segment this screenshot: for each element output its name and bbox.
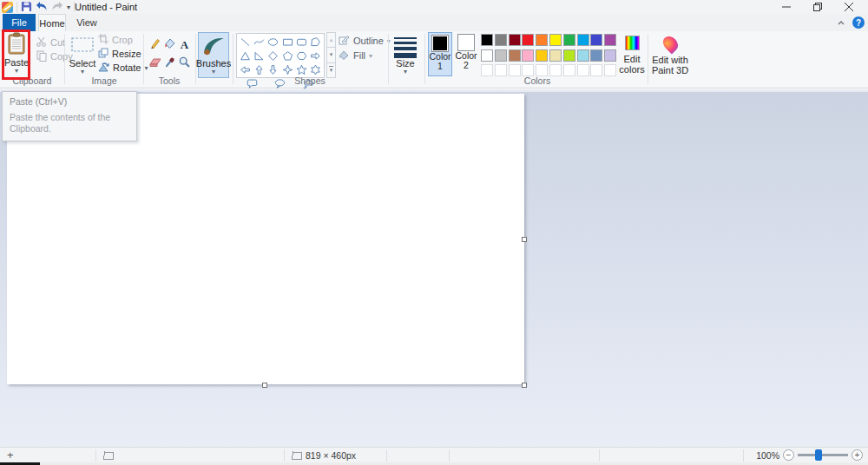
shape-right-arrow[interactable] bbox=[310, 49, 322, 62]
shape-triangle[interactable] bbox=[239, 49, 251, 62]
palette-swatch[interactable] bbox=[604, 34, 616, 46]
shape-four-point-star[interactable] bbox=[281, 62, 293, 76]
size-dropdown-icon[interactable]: ▾ bbox=[404, 69, 407, 75]
cut-button[interactable]: Cut bbox=[36, 36, 65, 49]
palette-swatch[interactable] bbox=[577, 49, 589, 62]
palette-swatch[interactable] bbox=[481, 49, 493, 62]
shape-five-point-star[interactable] bbox=[295, 62, 307, 76]
shape-oval[interactable] bbox=[267, 35, 279, 49]
tab-file[interactable]: File bbox=[3, 14, 36, 31]
palette-swatch[interactable] bbox=[522, 49, 534, 62]
shape-rectangle[interactable] bbox=[281, 35, 293, 49]
edit-with-paint3d-button[interactable]: Edit with Paint 3D bbox=[651, 32, 689, 75]
restore-button[interactable] bbox=[802, 0, 833, 14]
color-picker-tool[interactable] bbox=[165, 56, 175, 69]
magnifier-tool[interactable] bbox=[179, 56, 190, 69]
tab-home[interactable]: Home bbox=[38, 14, 66, 31]
canvas-resize-handle-corner[interactable] bbox=[522, 383, 527, 388]
fill-button[interactable]: Fill ▾ bbox=[339, 49, 372, 62]
palette-swatch[interactable] bbox=[481, 34, 493, 46]
shape-left-arrow[interactable] bbox=[239, 62, 251, 76]
canvas-resize-handle-bottom[interactable] bbox=[262, 383, 267, 388]
fill-dropdown-icon[interactable]: ▾ bbox=[369, 53, 372, 59]
zoom-in-button[interactable]: + bbox=[852, 449, 863, 461]
palette-swatch[interactable] bbox=[577, 64, 589, 76]
close-button[interactable] bbox=[833, 0, 865, 14]
shape-rounded-rectangle[interactable] bbox=[295, 35, 307, 49]
undo-icon[interactable] bbox=[36, 1, 48, 13]
palette-swatch[interactable] bbox=[495, 64, 507, 76]
shape-hexagon[interactable] bbox=[295, 49, 307, 62]
canvas-resize-handle-right[interactable] bbox=[522, 237, 527, 242]
palette-swatch[interactable] bbox=[563, 34, 575, 46]
shape-six-point-star[interactable] bbox=[310, 62, 322, 76]
rotate-button[interactable]: Rotate ▾ bbox=[98, 62, 148, 74]
palette-swatch[interactable] bbox=[563, 49, 575, 62]
palette-swatch[interactable] bbox=[509, 49, 521, 62]
collapse-ribbon-icon[interactable] bbox=[837, 17, 845, 28]
qat-customize-icon[interactable]: ▾ bbox=[67, 4, 70, 10]
palette-swatch[interactable] bbox=[536, 49, 548, 62]
palette-swatch[interactable] bbox=[549, 49, 562, 62]
zoom-slider-track[interactable] bbox=[798, 454, 848, 456]
shape-diamond[interactable] bbox=[267, 49, 279, 62]
palette-swatch[interactable] bbox=[495, 34, 507, 46]
select-dropdown-icon[interactable]: ▾ bbox=[81, 69, 84, 75]
paint-app-icon[interactable] bbox=[2, 2, 13, 13]
palette-swatch[interactable] bbox=[509, 34, 521, 46]
shape-polygon[interactable] bbox=[310, 35, 322, 49]
palette-swatch[interactable] bbox=[509, 64, 521, 76]
zoom-out-button[interactable]: − bbox=[783, 449, 794, 461]
paint3d-icon bbox=[664, 32, 677, 55]
palette-swatch[interactable] bbox=[604, 49, 616, 62]
palette-swatch[interactable] bbox=[563, 64, 575, 76]
minimize-button[interactable] bbox=[771, 0, 802, 14]
palette-swatch[interactable] bbox=[549, 34, 562, 46]
palette-swatch[interactable] bbox=[495, 49, 507, 62]
palette-swatch[interactable] bbox=[590, 49, 602, 62]
tab-home-label: Home bbox=[39, 18, 64, 29]
color1-button[interactable]: Color 1 bbox=[428, 32, 452, 76]
gallery-scroll-up-icon[interactable]: ▴ bbox=[326, 32, 336, 48]
crop-button[interactable]: Crop bbox=[98, 34, 133, 46]
eraser-tool[interactable] bbox=[149, 58, 161, 69]
palette-swatch[interactable] bbox=[522, 64, 534, 76]
edit-colors-button[interactable]: Edit colors bbox=[618, 32, 646, 75]
palette-swatch[interactable] bbox=[604, 64, 616, 76]
palette-swatch[interactable] bbox=[522, 34, 534, 46]
palette-swatch[interactable] bbox=[481, 64, 493, 76]
palette-swatch[interactable] bbox=[549, 64, 562, 76]
shape-line[interactable] bbox=[239, 35, 251, 49]
zoom-slider-thumb[interactable] bbox=[815, 449, 822, 461]
outline-button[interactable]: Outline ▾ bbox=[339, 35, 391, 47]
palette-swatch[interactable] bbox=[590, 64, 602, 76]
palette-swatch[interactable] bbox=[590, 34, 602, 46]
shape-right-triangle[interactable] bbox=[253, 49, 265, 62]
select-button[interactable]: Select ▾ bbox=[69, 32, 96, 75]
shape-down-arrow[interactable] bbox=[267, 62, 279, 76]
palette-swatch[interactable] bbox=[536, 64, 548, 76]
workspace bbox=[0, 89, 868, 447]
palette-swatch[interactable] bbox=[577, 34, 589, 46]
brushes-button[interactable]: Brushes ▾ bbox=[198, 32, 229, 78]
fill-label: Fill bbox=[353, 50, 365, 61]
tab-view[interactable]: View bbox=[73, 14, 101, 31]
divider bbox=[386, 449, 387, 462]
palette-swatch[interactable] bbox=[536, 34, 548, 46]
gallery-scroll-down-icon[interactable]: ▾ bbox=[326, 47, 336, 62]
help-icon[interactable]: ? bbox=[852, 16, 865, 29]
size-button[interactable]: Size ▾ bbox=[391, 32, 420, 75]
shape-up-arrow[interactable] bbox=[253, 62, 265, 76]
title-bar: ▾ Untitled - Paint bbox=[0, 0, 868, 14]
resize-button[interactable]: Resize bbox=[98, 48, 141, 60]
color2-button[interactable]: Color 2 bbox=[454, 32, 478, 76]
shape-curve[interactable] bbox=[253, 35, 265, 49]
shape-pentagon[interactable] bbox=[281, 49, 293, 62]
brushes-dropdown-icon[interactable]: ▾ bbox=[212, 69, 215, 75]
save-icon[interactable] bbox=[21, 1, 32, 14]
redo-icon[interactable] bbox=[51, 1, 63, 13]
fill-tool[interactable] bbox=[164, 38, 176, 51]
copy-button[interactable]: Copy bbox=[36, 50, 73, 62]
pencil-tool[interactable] bbox=[149, 38, 161, 51]
text-tool[interactable]: A bbox=[181, 38, 188, 52]
